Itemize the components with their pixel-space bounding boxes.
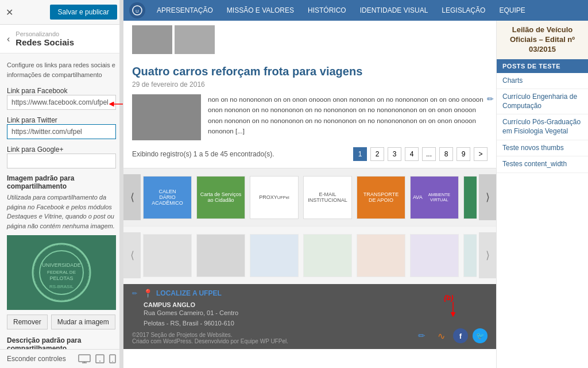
section-title: Redes Sociais xyxy=(16,37,74,47)
site-footer: ✏ 📍 LOCALIZE A UFPEL CAMPUS ANGLO Rua Go… xyxy=(123,284,496,349)
site-logo-svg: U xyxy=(132,5,142,16)
svg-text:UNIVERSIDADE: UNIVERSIDADE xyxy=(42,262,81,268)
carousel-item-1[interactable]: Carta de Serviços ao Cidadão xyxy=(196,176,245,219)
carousel2-item-5[interactable] xyxy=(410,234,459,277)
top-navigation: U APRESENTAÇÃO MISSÃO E VALORES HISTÓRIC… xyxy=(123,0,588,21)
svg-rect-8 xyxy=(79,355,90,362)
remove-image-button[interactable]: Remover xyxy=(7,315,48,329)
carousel2-item-3[interactable] xyxy=(303,234,352,277)
page-btn-2[interactable]: 2 xyxy=(370,147,384,161)
sidebar-post-2[interactable]: Currículo Pós-Graduação em Fisiologia Ve… xyxy=(497,114,588,140)
page-btn-1[interactable]: 1 xyxy=(353,147,367,161)
footer-created-text: Criado com WordPress. Desenvolvido por E… xyxy=(132,338,288,344)
carousel-section-2: ⟨ ⟩ xyxy=(123,226,496,284)
facebook-field-wrapper: Link para Facebook (a) xyxy=(7,86,116,116)
carousel-item-0[interactable]: CALENDÁRIOACADÊMICO xyxy=(143,176,192,219)
sidebar-post-0[interactable]: Charts xyxy=(497,73,588,90)
footer-locate-label: LOCALIZE A UFPEL xyxy=(156,289,222,297)
twitter-label: Link para Twitter xyxy=(7,116,57,124)
save-publish-button[interactable]: Salvar e publicar xyxy=(50,5,117,20)
footer-location-icon: 📍 xyxy=(143,289,153,298)
carousel-item-4[interactable]: TRANSPORTE DE APOIO xyxy=(357,176,405,219)
monitor-icon[interactable] xyxy=(78,354,91,363)
facebook-label: Link para Facebook xyxy=(7,87,67,95)
page-btn-9[interactable]: 9 xyxy=(457,147,470,161)
panel-description: Configure os links para redes sociais e … xyxy=(7,60,116,79)
footer-social-rss[interactable]: ∿ xyxy=(434,328,448,343)
page-btn-4[interactable]: 4 xyxy=(405,147,419,161)
site-icon: U xyxy=(129,2,145,18)
carousel2-item-4[interactable] xyxy=(357,234,405,277)
carousel2-prev[interactable]: ⟨ xyxy=(123,232,141,278)
image-section-label: Imagem padrão para compartilhamento xyxy=(7,174,116,190)
sidebar-post-3[interactable]: Teste novos thumbs xyxy=(497,140,588,157)
footer-social-twitter[interactable]: 🐦 xyxy=(473,328,488,343)
carousel2-item-1[interactable] xyxy=(196,234,245,277)
nav-apresentacao[interactable]: APRESENTAÇÃO xyxy=(150,2,220,19)
carousel-prev[interactable]: ⟨ xyxy=(123,174,141,220)
facebook-input[interactable] xyxy=(7,95,116,110)
article-date: 29 de fevereiro de 2016 xyxy=(123,80,496,94)
page-btn-3[interactable]: 3 xyxy=(388,147,401,161)
sidebar-post-1[interactable]: Currículo Engenharia de Computação xyxy=(497,89,588,114)
carousel-item-2[interactable]: PROXYUFPel xyxy=(250,176,299,219)
share-desc-label: Descrição padrão para compartilhamento xyxy=(7,336,116,349)
carousel2-items xyxy=(143,234,477,277)
footer-street: Rua Gomes Carneiro, 01 - Centro xyxy=(144,309,238,316)
nav-historico[interactable]: HISTÓRICO xyxy=(301,2,353,19)
change-image-button[interactable]: Mudar a imagem xyxy=(51,315,115,329)
carousel2-item-0[interactable] xyxy=(143,234,192,277)
ufpel-logo-svg: UNIVERSIDADE FEDERAL DE PELOTAS RS-BRASI… xyxy=(30,241,93,304)
nav-legislacao[interactable]: LEGISLAÇÃO xyxy=(435,2,492,19)
footer-social-pencil[interactable]: ✏ xyxy=(414,328,429,343)
footer-social-facebook[interactable]: f xyxy=(453,328,468,343)
article-top-img-1 xyxy=(132,25,172,54)
image-description: Utilizada para compartilhamento da págin… xyxy=(7,193,116,231)
footer-city: Pelotas - RS, Brasil - 96010-610 xyxy=(144,320,234,327)
sidebar-post-list: Charts Currículo Engenharia de Computaçã… xyxy=(497,73,588,173)
twitter-input[interactable] xyxy=(7,124,116,139)
carousel-item-6[interactable]: Finep xyxy=(463,176,477,219)
article-body-image xyxy=(132,94,201,140)
nav-missao[interactable]: MISSÃO E VALORES xyxy=(220,2,301,19)
panel-body: Configure os links para redes sociais e … xyxy=(0,53,123,349)
footer-locate: ✏ 📍 LOCALIZE A UFPEL xyxy=(132,289,488,298)
nav-links: APRESENTAÇÃO MISSÃO E VALORES HISTÓRICO … xyxy=(150,2,532,19)
svg-text:FEDERAL DE: FEDERAL DE xyxy=(47,270,76,275)
svg-point-14 xyxy=(112,361,113,362)
carousel-items: CALENDÁRIOACADÊMICO Carta de Serviços ao… xyxy=(143,176,477,219)
hide-controls-link[interactable]: Esconder controles xyxy=(7,355,66,363)
tablet-icon[interactable] xyxy=(95,354,105,363)
carousel-item-5[interactable]: AVAAMBIENTE VIRTUAL xyxy=(410,176,459,219)
nav-identidade[interactable]: IDENTIDADE VISUAL xyxy=(353,2,435,19)
mobile-icon[interactable] xyxy=(109,354,116,363)
article-top-img-2 xyxy=(175,25,215,54)
footer-address: Rua Gomes Carneiro, 01 - Centro Pelotas … xyxy=(144,308,488,328)
page-btn-dots: ... xyxy=(422,147,436,161)
main-content: U APRESENTAÇÃO MISSÃO E VALORES HISTÓRIC… xyxy=(123,0,588,368)
carousel-item-3[interactable]: E-MAILINSTITUCIONAL xyxy=(303,176,352,219)
footer-campus-name: CAMPUS ANGLO xyxy=(144,301,195,308)
footer-copyright-text: ©2017 Seção de Projetos de Websites. xyxy=(132,332,233,338)
carousel-next[interactable]: ⟩ xyxy=(479,174,496,220)
article-edit-icon[interactable]: ✏ xyxy=(487,94,494,103)
back-arrow-icon[interactable]: ‹ xyxy=(7,34,10,44)
page-btn-next[interactable]: > xyxy=(474,147,488,161)
carousel2-item-2[interactable] xyxy=(250,234,299,277)
share-image-preview: UNIVERSIDADE FEDERAL DE PELOTAS RS-BRASI… xyxy=(7,235,116,310)
carousel-section: ⟨ CALENDÁRIOACADÊMICO Carta de Serviços … xyxy=(123,168,496,226)
pagination-row: Exibindo registro(s) 1 a 5 de 45 encontr… xyxy=(123,140,496,168)
sidebar-featured-title: Leilão de Veículo Oficiais – Edital nº 0… xyxy=(501,25,583,55)
nav-equipe[interactable]: EQUIPE xyxy=(492,2,532,19)
footer-edit-icon[interactable]: ✏ xyxy=(132,290,137,297)
google-input[interactable] xyxy=(7,154,116,168)
sidebar-section-header: POSTS DE TESTE xyxy=(497,59,588,73)
article-title: Quatro carros reforçam frota para viagen… xyxy=(123,59,496,80)
close-icon[interactable]: ✕ xyxy=(6,7,13,18)
carousel2-next[interactable]: ⟩ xyxy=(479,232,496,278)
footer-campus: CAMPUS ANGLO xyxy=(144,301,488,308)
carousel2-item-6[interactable] xyxy=(463,234,477,277)
page-btn-8[interactable]: 8 xyxy=(439,147,453,161)
sidebar-post-4[interactable]: Testes content_width xyxy=(497,156,588,173)
article-body: non on no nonononon on on onon onooon on… xyxy=(123,94,496,140)
